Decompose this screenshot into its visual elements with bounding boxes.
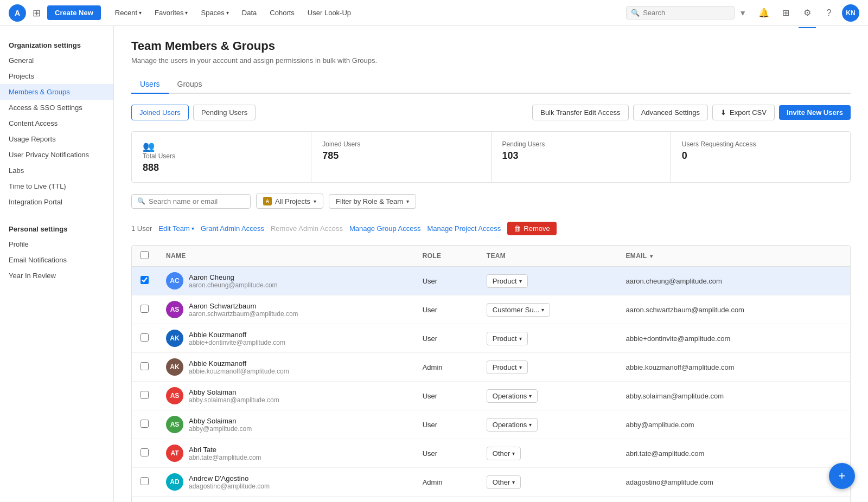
sidebar-item-integration[interactable]: Integration Portal <box>0 194 113 210</box>
sidebar-item-year-in-review[interactable]: Year In Review <box>0 268 113 284</box>
sidebar-item-email-notifications[interactable]: Email Notifications <box>0 252 113 268</box>
row-checkbox[interactable] <box>141 391 149 399</box>
tab-groups[interactable]: Groups <box>169 75 211 94</box>
export-csv-button[interactable]: ⬇ Export CSV <box>712 105 775 120</box>
subtab-pending-users[interactable]: Pending Users <box>193 105 256 120</box>
row-team-cell[interactable]: Customer Su... ▾ <box>478 295 617 324</box>
all-projects-filter[interactable]: A All Projects ▾ <box>256 194 323 209</box>
table-row: AC Aaron Cheung aaron.cheung@amplitude.c… <box>132 267 850 295</box>
fab-button[interactable]: + <box>829 463 855 489</box>
help-icon[interactable]: ? <box>820 4 838 22</box>
row-checkbox[interactable] <box>141 477 149 485</box>
row-role-cell: User <box>414 382 478 410</box>
select-all-header[interactable] <box>132 246 157 267</box>
nav-favorites[interactable]: Favorites ▾ <box>149 5 193 20</box>
row-email-cell: aaron.cheung@amplitude.com <box>617 267 850 295</box>
sidebar-item-privacy[interactable]: User Privacy Notifications <box>0 147 113 163</box>
row-team-cell[interactable]: Other ▾ <box>478 468 617 497</box>
row-checkbox-cell[interactable] <box>132 382 157 410</box>
team-dropdown[interactable]: Operations ▾ <box>487 418 538 432</box>
nav-cohorts[interactable]: Cohorts <box>264 5 300 20</box>
row-checkbox-cell[interactable] <box>132 497 157 503</box>
row-team-cell[interactable]: Other ▾ <box>478 439 617 468</box>
row-team-cell[interactable]: Product ▾ <box>478 353 617 382</box>
stats-row: 👥 Total Users 888 Joined Users 785 Pendi… <box>131 131 851 183</box>
row-team-cell[interactable]: Product ▾ <box>478 324 617 353</box>
row-checkbox[interactable] <box>141 333 149 342</box>
team-dropdown[interactable]: Other ▾ <box>487 447 521 460</box>
row-checkbox-cell[interactable] <box>132 353 157 382</box>
search-name-email-input[interactable] <box>149 197 245 205</box>
user-avatar-icon: AS <box>166 387 183 404</box>
team-dropdown[interactable]: Customer Su... ▾ <box>487 303 551 317</box>
sidebar-item-general[interactable]: General <box>0 53 113 68</box>
sidebar-item-projects[interactable]: Projects <box>0 68 113 84</box>
col-header-email[interactable]: EMAIL ▾ <box>617 246 850 267</box>
row-checkbox-cell[interactable] <box>132 468 157 497</box>
search-input[interactable] <box>643 9 730 17</box>
team-dropdown[interactable]: Other ▾ <box>487 475 521 489</box>
team-dropdown[interactable]: Product ▾ <box>487 274 528 288</box>
row-email-cell: abri.tate@amplitude.com <box>617 439 850 468</box>
manage-group-action[interactable]: Manage Group Access <box>349 224 421 233</box>
sidebar-item-content-access[interactable]: Content Access <box>0 115 113 131</box>
team-dropdown[interactable]: Operations ▾ <box>487 389 538 403</box>
tab-users[interactable]: Users <box>131 75 169 94</box>
row-checkbox-cell[interactable] <box>132 410 157 439</box>
remove-button[interactable]: 🗑 Remove <box>507 222 556 235</box>
team-dropdown[interactable]: Product ▾ <box>487 332 528 345</box>
row-checkbox-cell[interactable] <box>132 267 157 295</box>
row-email-cell: abbie+dontinvite@amplitude.com <box>617 324 850 353</box>
row-checkbox[interactable] <box>141 362 149 370</box>
nav-user-lookup[interactable]: User Look-Up <box>302 5 356 20</box>
edit-team-action[interactable]: Edit Team ▾ <box>158 224 194 233</box>
nav-spaces[interactable]: Spaces ▾ <box>195 5 234 20</box>
notifications-icon[interactable]: 🔔 <box>755 4 773 22</box>
row-checkbox[interactable] <box>141 305 149 313</box>
grant-admin-action[interactable]: Grant Admin Access <box>201 224 264 233</box>
subtab-joined-users[interactable]: Joined Users <box>131 105 189 120</box>
user-avatar[interactable]: KN <box>842 4 859 22</box>
team-dropdown[interactable]: Product ▾ <box>487 361 528 374</box>
nav-recent[interactable]: Recent ▾ <box>110 5 147 20</box>
grid-icon[interactable]: ⊞ <box>30 5 43 21</box>
advanced-settings-button[interactable]: Advanced Settings <box>633 105 708 120</box>
row-checkbox-cell[interactable] <box>132 324 157 353</box>
nav-links: Recent ▾ Favorites ▾ Spaces ▾ Data Cohor… <box>110 5 356 20</box>
row-checkbox-cell[interactable] <box>132 295 157 324</box>
row-checkbox[interactable] <box>141 276 149 284</box>
team-label: Operations <box>493 421 527 429</box>
search-bar[interactable]: 🔍 <box>626 6 735 20</box>
remove-admin-action[interactable]: Remove Admin Access <box>271 224 343 233</box>
row-checkbox[interactable] <box>141 420 149 428</box>
grid-apps-icon[interactable]: ⊞ <box>777 4 794 22</box>
row-checkbox[interactable] <box>141 448 149 456</box>
download-icon: ⬇ <box>720 108 726 117</box>
sidebar-item-ttl[interactable]: Time to Live (TTL) <box>0 178 113 194</box>
sidebar-item-labs[interactable]: Labs <box>0 163 113 178</box>
table-row: AS Abby Solaiman abby.solaiman@amplitude… <box>132 382 850 410</box>
role-team-filter[interactable]: Filter by Role & Team ▾ <box>329 194 416 209</box>
row-team-cell[interactable]: Operations ▾ <box>478 382 617 410</box>
project-icon: A <box>263 197 272 205</box>
bulk-transfer-button[interactable]: Bulk Transfer Edit Access <box>532 105 628 120</box>
create-new-button[interactable]: Create New <box>47 5 101 20</box>
row-team-cell[interactable]: Engineering ▾ <box>478 497 617 503</box>
invite-new-users-button[interactable]: Invite New Users <box>779 105 851 120</box>
filter-icon[interactable]: ▼ <box>739 9 746 17</box>
sidebar-item-profile[interactable]: Profile <box>0 236 113 252</box>
settings-icon[interactable]: ⚙ <box>799 4 816 22</box>
user-email-full: abbie.kouzmanoff@amplitude.com <box>626 363 735 371</box>
sidebar-item-members[interactable]: Members & Groups <box>0 84 113 100</box>
app-logo[interactable]: A <box>9 4 26 22</box>
select-all-checkbox[interactable] <box>141 251 149 259</box>
manage-project-action[interactable]: Manage Project Access <box>427 224 501 233</box>
row-team-cell[interactable]: Product ▾ <box>478 267 617 295</box>
sidebar-item-access-sso[interactable]: Access & SSO Settings <box>0 100 113 115</box>
sidebar-item-usage-reports[interactable]: Usage Reports <box>0 131 113 147</box>
row-team-cell[interactable]: Operations ▾ <box>478 410 617 439</box>
filter-search-box[interactable]: 🔍 <box>131 194 251 209</box>
row-checkbox-cell[interactable] <box>132 439 157 468</box>
page-subtitle: Manage the users in your account and ass… <box>131 56 851 65</box>
nav-data[interactable]: Data <box>237 5 262 20</box>
